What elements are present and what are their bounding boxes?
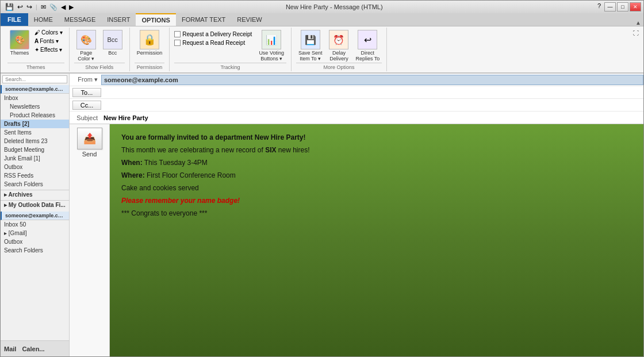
themes-button[interactable]: 🎨 Themes xyxy=(7,29,32,57)
main-area: someone@example.com Inbox Newsletters Pr… xyxy=(1,74,643,356)
tab-message[interactable]: MESSAGE xyxy=(59,13,101,26)
ribbon-content: 🎨 Themes 🖌 Colors ▾ A Fonts ▾ ✦ Effects … xyxy=(1,26,643,74)
sidebar-item-budget[interactable]: Budget Meeting xyxy=(1,145,69,154)
send-button[interactable]: 📤 xyxy=(77,128,102,149)
tab-home[interactable]: HOME xyxy=(28,13,59,26)
read-receipt-checkbox[interactable] xyxy=(174,40,181,46)
nav-bottom: Mail Calen... xyxy=(1,340,69,356)
message-compose: From ▾ someone@example.com To... Cc... S… xyxy=(70,74,643,356)
window-title: New Hire Party - Message (HTML) xyxy=(74,3,595,10)
sidebar-item-inbox2[interactable]: Inbox 50 xyxy=(1,220,69,229)
cc-button[interactable]: Cc... xyxy=(72,101,101,110)
use-voting-button[interactable]: 📊 Use VotingButtons ▾ xyxy=(256,29,286,63)
sidebar-item-sent[interactable]: Sent Items xyxy=(1,128,69,137)
sidebar-item-product-releases[interactable]: Product Releases xyxy=(1,111,69,120)
sidebar-item-newsletters[interactable]: Newsletters xyxy=(1,102,69,111)
to-button[interactable]: To... xyxy=(72,88,101,97)
fonts-icon: A xyxy=(34,38,39,44)
tab-review[interactable]: REVIEW xyxy=(231,13,267,26)
body-line-where: Where: First Floor Conference Room xyxy=(121,171,632,179)
sidebar-item-gmail[interactable]: ▸ [Gmail] xyxy=(1,229,69,237)
fonts-button[interactable]: A Fonts ▾ xyxy=(33,37,64,45)
ribbon-group-show-fields: 🎨 PageColor ▾ Bcc Bcc Show Fields xyxy=(70,28,130,71)
permission-button[interactable]: 🔒 Permission xyxy=(135,29,165,57)
tab-insert[interactable]: INSERT xyxy=(101,13,136,26)
ribbon-group-themes: 🎨 Themes 🖌 Colors ▾ A Fonts ▾ ✦ Effects … xyxy=(3,28,70,71)
effects-icon: ✦ xyxy=(34,47,39,53)
delivery-receipt-checkbox[interactable] xyxy=(174,31,181,37)
attach-icon[interactable]: 📎 xyxy=(49,3,57,11)
sidebar-item-outbox[interactable]: Outbox xyxy=(1,163,69,171)
cc-row: Cc... xyxy=(70,99,643,112)
undo-icon[interactable]: ↩ xyxy=(17,3,23,11)
title-bar: 💾 ↩ ↪ | ✉ 📎 ◀ ▶ New Hire Party - Message… xyxy=(1,1,643,13)
from-row: From ▾ someone@example.com xyxy=(70,74,643,86)
permission-group-label: Permission xyxy=(135,63,165,70)
message-body[interactable]: You are formally invited to a department… xyxy=(110,124,643,356)
delay-delivery-button[interactable]: ⏰ DelayDelivery xyxy=(327,29,351,63)
nav-calendar[interactable]: Calen... xyxy=(22,346,44,352)
sidebar-item-deleted[interactable]: Deleted Items 23 xyxy=(1,137,69,145)
ribbon-collapse-button[interactable]: ▲ xyxy=(633,20,643,26)
body-line-1: You are formally invited to a department… xyxy=(121,133,632,141)
effects-button[interactable]: ✦ Effects ▾ xyxy=(33,46,64,53)
file-tab[interactable]: FILE xyxy=(1,13,28,26)
help-icon[interactable]: ? xyxy=(595,2,603,11)
colors-button[interactable]: 🖌 Colors ▾ xyxy=(33,29,64,36)
subject-value[interactable]: New Hire Party xyxy=(101,113,643,122)
to-field[interactable] xyxy=(101,91,643,94)
save-sent-button[interactable]: 💾 Save SentItem To ▾ xyxy=(296,29,325,63)
sidebar-item-search-folders[interactable]: Search Folders xyxy=(1,180,69,189)
body-line-badge: Please remember your name badge! xyxy=(121,197,632,205)
send-icon: 📤 xyxy=(83,132,96,145)
more-options-group-label: More Options xyxy=(296,63,382,70)
subject-label: Subject xyxy=(70,114,101,121)
permission-label: Permission xyxy=(137,50,163,56)
nav-mail[interactable]: Mail xyxy=(4,346,16,352)
sidebar-section-archives[interactable]: ▸ Archives xyxy=(1,190,69,199)
ribbon-group-tracking: Request a Delivery Receipt Request a Rea… xyxy=(170,28,292,71)
body-line-when: When: This Tuesday 3-4PM xyxy=(121,159,632,167)
tracking-checkboxes: Request a Delivery Receipt Request a Rea… xyxy=(174,29,252,46)
main-window: 💾 ↩ ↪ | ✉ 📎 ◀ ▶ New Hire Party - Message… xyxy=(0,0,644,357)
direct-replies-label: DirectReplies To xyxy=(355,50,379,62)
ribbon-group-permission: 🔒 Permission Permission xyxy=(130,28,170,71)
ribbon-group-more-options: 💾 Save SentItem To ▾ ⏰ DelayDelivery ↩ D… xyxy=(292,28,387,71)
themes-group-label: Themes xyxy=(7,63,64,70)
send-quick-icon[interactable]: ✉ xyxy=(41,3,46,11)
account1-label: someone@example.com xyxy=(1,85,69,94)
from-value[interactable]: someone@example.com xyxy=(101,75,643,85)
cc-button-wrap: Cc... xyxy=(70,101,101,110)
save-sent-label: Save SentItem To ▾ xyxy=(298,50,323,62)
bcc-button[interactable]: Bcc Bcc xyxy=(101,29,125,57)
sidebar-item-drafts[interactable]: Drafts [2] xyxy=(1,120,69,128)
delivery-receipt-label: Request a Delivery Receipt xyxy=(182,31,252,37)
redo-icon[interactable]: ↪ xyxy=(26,3,32,11)
sidebar-search-input[interactable] xyxy=(2,75,67,83)
close-button[interactable]: ✕ xyxy=(630,2,641,11)
sidebar-section-my-outlook[interactable]: ▸ My Outlook Data Fi... xyxy=(1,200,69,209)
minimize-button[interactable]: — xyxy=(604,2,616,11)
ribbon-more-icon[interactable]: ⛶ xyxy=(631,28,641,71)
show-fields-group-label: Show Fields xyxy=(74,63,125,70)
sidebar-item-outbox2[interactable]: Outbox xyxy=(1,237,69,246)
tab-options[interactable]: OPTIONS xyxy=(136,13,176,26)
arrow-right-icon[interactable]: ▶ xyxy=(69,3,74,11)
sidebar-item-inbox1[interactable]: Inbox xyxy=(1,94,69,102)
arrow-left-icon[interactable]: ◀ xyxy=(61,3,66,11)
sidebar-item-junk[interactable]: Junk Email [1] xyxy=(1,154,69,163)
direct-replies-button[interactable]: ↩ DirectReplies To xyxy=(353,29,382,63)
page-color-button[interactable]: 🎨 PageColor ▾ xyxy=(74,29,98,63)
send-label: Send xyxy=(82,151,97,158)
sidebar-item-rss[interactable]: RSS Feeds xyxy=(1,171,69,180)
body-line-cake: Cake and cookies served xyxy=(121,184,632,192)
save-icon[interactable]: 💾 xyxy=(5,3,14,11)
restore-button[interactable]: □ xyxy=(617,2,628,11)
to-row: To... xyxy=(70,86,643,99)
sidebar-item-search2[interactable]: Search Folders xyxy=(1,246,69,255)
page-color-label: PageColor ▾ xyxy=(78,50,94,62)
tab-format-text[interactable]: FORMAT TEXT xyxy=(176,13,231,26)
colors-icon: 🖌 xyxy=(34,29,40,36)
cc-field[interactable] xyxy=(101,104,643,106)
from-label: From ▾ xyxy=(70,76,101,83)
